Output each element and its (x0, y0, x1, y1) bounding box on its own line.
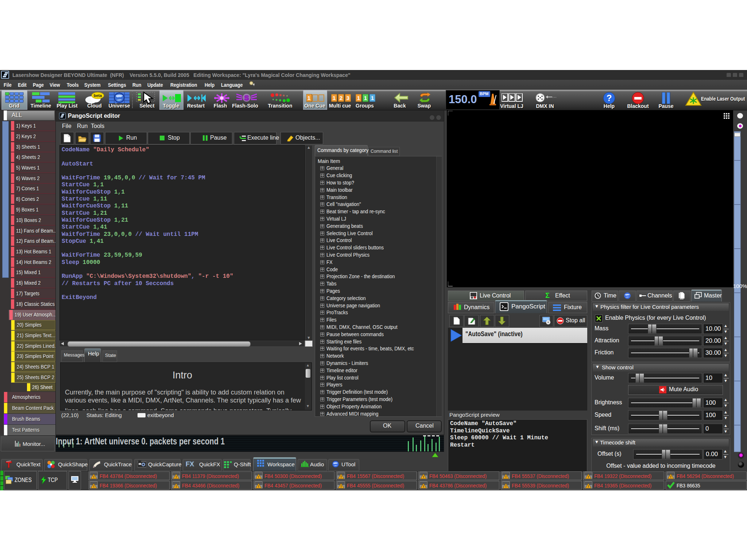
svg-text:1: 1 (333, 95, 336, 101)
svg-text:beta: beta (94, 93, 102, 98)
svg-text:!: ! (258, 475, 259, 479)
svg-text:FX: FX (186, 460, 194, 468)
svg-text:!: ! (588, 475, 589, 479)
svg-text:?: ? (607, 93, 612, 103)
svg-text:!: ! (423, 475, 424, 479)
svg-text:!: ! (670, 475, 671, 479)
svg-text:3: 3 (347, 95, 349, 101)
svg-text:1: 1 (307, 95, 310, 101)
svg-text:!: ! (506, 485, 507, 488)
svg-text:!: ! (176, 475, 177, 479)
svg-text:!: ! (176, 485, 177, 488)
svg-text:!: ! (258, 485, 259, 488)
svg-text:S: S (244, 94, 249, 102)
svg-text:2: 2 (340, 95, 342, 101)
svg-text:!: ! (93, 485, 94, 488)
svg-text:!: ! (588, 485, 589, 488)
svg-text:!: ! (341, 475, 342, 479)
svg-text:1: 1 (364, 95, 367, 101)
svg-text:!: ! (341, 485, 342, 488)
svg-text:!: ! (93, 475, 94, 479)
svg-text:1: 1 (357, 95, 360, 101)
svg-text:!: ! (423, 485, 424, 488)
svg-text:!: ! (506, 475, 507, 479)
svg-text:1: 1 (371, 95, 374, 101)
